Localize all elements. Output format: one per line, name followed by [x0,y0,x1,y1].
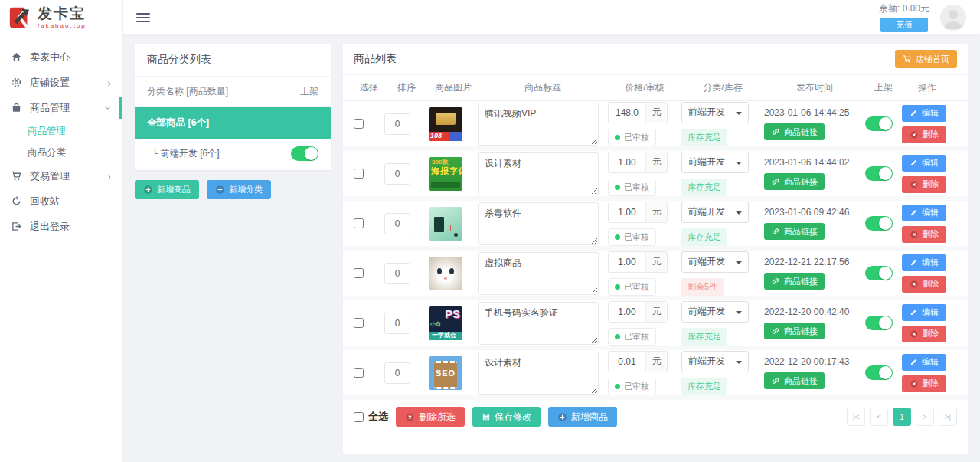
edit-button[interactable]: 编辑 [902,354,946,371]
row-checkbox[interactable] [354,368,364,378]
sidebar-item[interactable]: 商品管理 › [0,95,122,120]
on-sale-toggle[interactable] [865,116,893,131]
select-all-checkbox[interactable] [354,412,364,422]
edit-button[interactable]: 编辑 [902,304,946,321]
sidebar-item[interactable]: 商品管理 [0,120,122,142]
brand-logo[interactable]: 发卡宝 fakabao.top [0,0,122,35]
product-title-textarea[interactable] [478,103,599,146]
price-input[interactable] [609,252,645,272]
add-product-button[interactable]: 新增商品 [135,180,199,199]
sidebar-item[interactable]: 店铺设置 › [0,70,122,95]
page-button[interactable]: |< [847,408,865,426]
price-input[interactable] [609,202,645,222]
product-thumbnail: SEO [429,356,462,390]
price-input[interactable] [609,302,645,322]
column-header: 选择 [354,81,384,94]
price-input[interactable] [609,352,645,372]
column-header: 发布时间 [764,81,865,94]
thumbnail-text: 一学就会 [432,333,456,339]
sort-input[interactable] [384,163,410,185]
row-checkbox[interactable] [354,218,364,228]
delete-button[interactable]: 删除 [902,226,946,243]
product-title-textarea[interactable] [478,352,599,395]
price-input[interactable] [609,103,645,123]
table-row: 元 已审核 前端开发 库存充足 2023-01-06 09:42:46 商品链接 [343,201,968,251]
category-select[interactable]: 前端开发 [681,102,749,123]
on-sale-toggle[interactable] [865,365,893,380]
circle-x-icon [910,329,919,339]
avatar[interactable] [940,5,966,31]
edit-button[interactable]: 编辑 [902,205,946,221]
delete-selected-button[interactable]: 删除所选 [396,407,465,427]
sort-input[interactable] [384,213,410,234]
category-all-row[interactable]: 全部商品 [6个] [135,107,331,139]
product-link-button[interactable]: 商品链接 [764,123,825,140]
balance-block: 余额: 0.00元 充值 [879,2,929,32]
save-changes-button[interactable]: 保存修改 [472,407,541,427]
category-sub-row[interactable]: └ 前端开发 [6个] [135,139,331,170]
stock-badge: 剩余5件 [681,278,724,296]
sort-input[interactable] [384,263,410,284]
column-header: 操作 [902,81,952,94]
product-link-button[interactable]: 商品链接 [764,173,825,190]
sort-input[interactable] [384,362,410,384]
product-link-button[interactable]: 商品链接 [764,372,825,389]
cart-icon [903,54,912,64]
sort-input[interactable] [384,313,410,334]
page-button[interactable]: > [916,408,934,426]
circle-x-icon [405,412,415,422]
product-thumbnail: 300款海报字体 [429,157,462,191]
page-button[interactable]: >| [939,408,957,426]
audit-dot-icon [615,185,620,190]
table-body: 108 元 已审核 前端开发 库存充足 2023-01-06 14:44:25 … [343,101,968,400]
sort-input[interactable] [384,113,410,135]
category-select[interactable]: 前端开发 [681,301,749,323]
balance-value: 0.00元 [903,3,929,14]
delete-button[interactable]: 删除 [902,176,946,193]
product-title-textarea[interactable] [478,252,599,295]
add-product-bottom-button[interactable]: 新增商品 [548,407,617,427]
row-checkbox[interactable] [354,268,364,278]
delete-button[interactable]: 删除 [902,126,946,143]
floppy-icon [482,412,491,421]
link-icon [771,177,780,186]
product-title-textarea[interactable] [478,302,599,345]
page-button-current[interactable]: 1 [893,408,911,426]
sidebar-item[interactable]: 卖家中心 [0,44,122,70]
product-title-textarea[interactable] [478,152,599,195]
price-input[interactable] [609,152,645,172]
on-sale-toggle[interactable] [865,266,893,280]
category-toggle[interactable] [291,146,318,161]
sidebar-item[interactable]: 回收站 [0,188,122,214]
shop-home-button[interactable]: 店铺首页 [895,50,957,68]
delete-button[interactable]: 删除 [902,375,946,392]
delete-button[interactable]: 删除 [902,276,946,293]
edit-button[interactable]: 编辑 [902,155,946,172]
row-checkbox[interactable] [354,169,364,179]
edit-button[interactable]: 编辑 [902,105,946,122]
product-link-button[interactable]: 商品链接 [764,273,825,290]
page-button[interactable]: < [870,408,888,426]
category-select[interactable]: 前端开发 [681,202,749,223]
on-sale-toggle[interactable] [865,166,893,181]
category-select[interactable]: 前端开发 [681,152,749,173]
row-checkbox[interactable] [354,318,364,328]
recharge-button[interactable]: 充值 [880,18,928,32]
product-thumbnail [429,207,462,241]
product-link-button[interactable]: 商品链接 [764,223,825,240]
add-category-button[interactable]: 新增分类 [207,180,271,199]
category-select[interactable]: 前端开发 [681,351,749,372]
row-checkbox[interactable] [354,119,364,129]
edit-button[interactable]: 编辑 [902,254,946,271]
product-link-button[interactable]: 商品链接 [764,323,825,339]
sidebar-item[interactable]: 退出登录 [0,214,122,239]
category-select[interactable]: 前端开发 [681,251,749,273]
hamburger-menu-icon[interactable] [136,13,150,22]
on-sale-toggle[interactable] [865,316,893,330]
product-title-textarea[interactable] [478,202,599,245]
category-sub-label: └ 前端开发 [6个] [152,147,220,160]
delete-button[interactable]: 删除 [902,326,946,342]
sidebar-item[interactable]: 商品分类 [0,142,122,163]
sidebar-item[interactable]: 交易管理 › [0,163,122,188]
on-sale-toggle[interactable] [865,216,893,231]
